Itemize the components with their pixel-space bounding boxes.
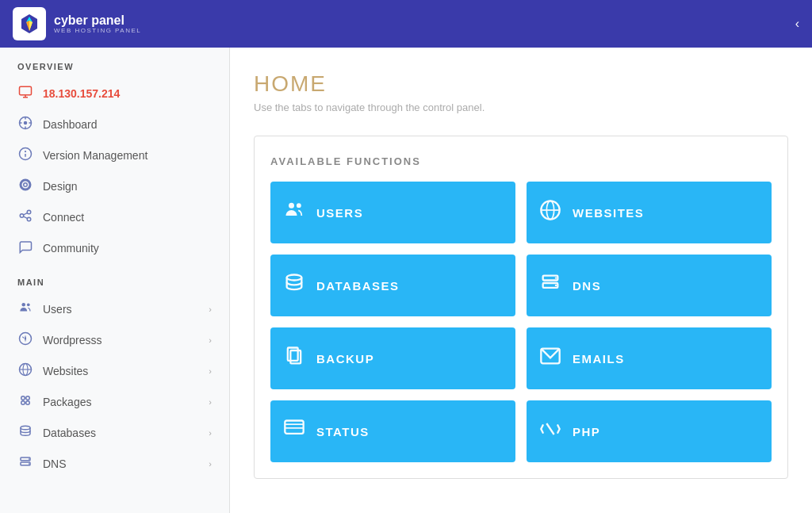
svg-point-36 — [29, 463, 30, 465]
page-subtitle: Use the tabs to navigate through the con… — [254, 101, 788, 113]
sidebar: OVERVIEW 18.130.157.214 Dashboard Versio… — [0, 48, 230, 513]
svg-rect-50 — [285, 421, 303, 434]
function-label: USERS — [316, 206, 363, 220]
logo-subtitle: WEB HOSTING PANEL — [54, 27, 141, 34]
svg-line-20 — [24, 213, 28, 215]
function-label: DNS — [573, 279, 601, 293]
sidebar-item-connect[interactable]: Connect — [0, 201, 229, 232]
function-button-status[interactable]: STATUS — [270, 400, 515, 462]
svg-point-35 — [29, 458, 30, 460]
svg-point-29 — [26, 396, 30, 400]
database-icon — [17, 424, 33, 441]
chat-icon — [17, 239, 33, 256]
sidebar-item-packages[interactable]: Packages › — [0, 386, 229, 417]
svg-point-37 — [289, 203, 294, 209]
svg-point-42 — [287, 275, 302, 281]
svg-point-23 — [27, 303, 30, 306]
svg-line-21 — [24, 216, 28, 218]
sidebar-item-databases[interactable]: Databases › — [0, 417, 229, 448]
function-button-users[interactable]: USERS — [270, 182, 515, 243]
chevron-right-icon: › — [209, 335, 212, 345]
wordpress-icon — [17, 331, 33, 348]
sidebar-item-version[interactable]: Version Management — [0, 140, 229, 170]
logo-icon — [13, 7, 46, 40]
function-button-emails[interactable]: EMAILS — [527, 327, 772, 389]
status-btn-icon — [283, 418, 305, 445]
packages-icon — [17, 393, 33, 410]
functions-title: AVAILABLE FUNCTIONS — [270, 155, 772, 167]
sidebar-item-wordpress[interactable]: Wordpresss › — [0, 324, 229, 355]
function-label: STATUS — [316, 425, 370, 438]
svg-point-19 — [27, 217, 31, 221]
connect-icon — [17, 209, 33, 225]
sidebar-item-users[interactable]: Users › — [0, 293, 229, 324]
chevron-right-icon: › — [209, 428, 212, 438]
sidebar-item-websites[interactable]: Websites › — [0, 355, 229, 386]
info-icon — [17, 147, 33, 163]
function-label: PHP — [573, 425, 600, 438]
sidebar-item-label: Websites — [43, 365, 88, 377]
chevron-right-icon: › — [209, 459, 212, 469]
logo-title: cyber panel — [54, 13, 141, 28]
svg-point-31 — [26, 401, 30, 405]
svg-point-30 — [21, 401, 25, 405]
dns-icon — [17, 455, 33, 472]
function-button-databases[interactable]: DATABASES — [270, 255, 515, 316]
sidebar-item-label: Users — [43, 303, 72, 316]
functions-grid: USERS WEBSITES DATABASES — [270, 182, 772, 462]
function-button-dns[interactable]: DNS — [527, 255, 772, 316]
sidebar-item-community[interactable]: Community — [0, 232, 229, 263]
page-title: HOME — [254, 71, 788, 97]
svg-point-28 — [21, 396, 25, 400]
functions-section: AVAILABLE FUNCTIONS USERS WEBSITES — [254, 136, 788, 479]
logo-text-block: cyber panel WEB HOSTING PANEL — [54, 13, 141, 35]
main-layout: OVERVIEW 18.130.157.214 Dashboard Versio… — [0, 48, 812, 513]
function-label: BACKUP — [316, 352, 374, 366]
sidebar-item-label: Dashboard — [43, 118, 98, 131]
function-button-backup[interactable]: BACKUP — [270, 327, 515, 389]
overview-section-label: OVERVIEW — [0, 48, 229, 78]
monitor-icon — [17, 85, 33, 101]
collapse-button[interactable]: ‹ — [795, 17, 799, 31]
svg-point-38 — [297, 203, 301, 208]
sidebar-item-label: Connect — [43, 211, 84, 224]
svg-point-32 — [21, 426, 30, 430]
php-btn-icon — [539, 418, 561, 445]
svg-point-16 — [25, 184, 27, 186]
globe-btn-icon — [539, 199, 561, 226]
chevron-right-icon: › — [209, 366, 212, 376]
function-label: DATABASES — [316, 279, 400, 293]
sidebar-item-label: Packages — [43, 396, 91, 408]
logo-area: cyber panel WEB HOSTING PANEL — [13, 7, 141, 40]
header: cyber panel WEB HOSTING PANEL ‹ — [0, 0, 812, 48]
sidebar-item-ip[interactable]: 18.130.157.214 — [0, 78, 229, 109]
sidebar-item-label: Databases — [43, 427, 96, 439]
svg-point-45 — [555, 277, 557, 278]
dns-btn-icon — [539, 272, 561, 299]
sidebar-item-dns[interactable]: DNS › — [0, 448, 229, 479]
sidebar-item-label: Community — [43, 242, 99, 255]
svg-point-22 — [22, 303, 26, 307]
sidebar-item-design[interactable]: Design — [0, 170, 229, 201]
sidebar-item-label: Wordpresss — [43, 334, 102, 346]
function-label: EMAILS — [573, 352, 625, 366]
chevron-right-icon: › — [209, 304, 212, 314]
email-btn-icon — [539, 345, 561, 372]
main-section-label: MAIN — [0, 263, 229, 293]
function-button-php[interactable]: PHP — [527, 400, 772, 462]
function-button-websites[interactable]: WEBSITES — [527, 182, 772, 243]
function-label: WEBSITES — [573, 206, 644, 220]
svg-point-17 — [20, 214, 24, 218]
users-btn-icon — [283, 199, 305, 226]
svg-line-53 — [546, 423, 553, 435]
dashboard-icon — [17, 116, 33, 132]
main-content: HOME Use the tabs to navigate through th… — [230, 48, 812, 513]
users-icon — [17, 301, 33, 317]
logo-svg — [18, 13, 40, 35]
svg-point-18 — [27, 210, 31, 214]
svg-point-46 — [555, 285, 557, 286]
sidebar-item-dashboard[interactable]: Dashboard — [0, 109, 229, 140]
svg-rect-4 — [20, 86, 32, 95]
database-btn-icon — [283, 272, 305, 299]
backup-btn-icon — [283, 345, 305, 372]
